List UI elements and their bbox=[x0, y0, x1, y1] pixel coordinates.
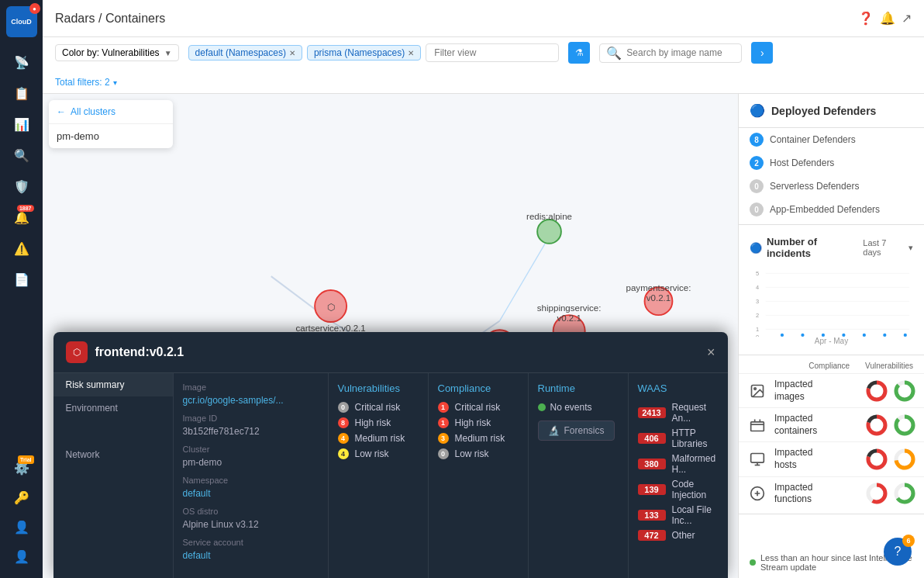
help-button[interactable]: 6 ? bbox=[884, 538, 912, 566]
sidebar-item-settings[interactable]: ⚙️ Trial bbox=[8, 454, 36, 482]
service-account-value[interactable]: default bbox=[183, 550, 319, 561]
comp-high: 1 High risk bbox=[438, 417, 519, 428]
sidebar-item-key[interactable]: 🔑 bbox=[8, 483, 36, 511]
compliance-title[interactable]: Compliance bbox=[438, 382, 519, 394]
sidebar-item-reports[interactable]: 📊 bbox=[8, 110, 36, 138]
modal-title: frontend:v0.2.1 bbox=[95, 345, 699, 359]
svg-rect-80 bbox=[751, 422, 764, 431]
imageid-value: 3b152ffe781ec712 bbox=[183, 426, 319, 437]
appembedded-defenders-item: 0 App-Embedded Defenders bbox=[739, 198, 924, 221]
runtime-title[interactable]: Runtime bbox=[538, 382, 619, 394]
runtime-no-events: No events bbox=[538, 402, 619, 413]
sidebar-item-notifications[interactable]: 🔔 1887 bbox=[8, 203, 36, 231]
sidebar-item-search[interactable]: 🔍 bbox=[8, 141, 36, 169]
namespace-value[interactable]: default bbox=[183, 488, 319, 499]
color-by-dropdown[interactable]: Color by: Vulnerabilities ▼ bbox=[55, 44, 179, 61]
comp-low: 0 Low risk bbox=[438, 448, 519, 459]
help-badge: 6 bbox=[902, 535, 915, 547]
svg-point-65 bbox=[904, 334, 907, 337]
filter-bar: Color by: Vulnerabilities ▼ default (Nam… bbox=[43, 37, 924, 94]
incidents-title: 🔵 Number of incidents bbox=[750, 236, 863, 259]
logo-badge: ● bbox=[29, 3, 40, 14]
vulnerabilities-column: Vulnerabilities 0 Critical risk 8 High r… bbox=[329, 373, 429, 578]
modal-nav-network[interactable]: Network bbox=[53, 443, 173, 466]
total-filters[interactable]: Total filters: 2 ▾ bbox=[55, 73, 912, 88]
functions-vulnerabilities-donut bbox=[893, 482, 916, 505]
sidebar-item-events[interactable]: 📋 bbox=[8, 79, 36, 107]
modal-nav-risk-summary[interactable]: Risk summary bbox=[53, 373, 173, 396]
svg-text:0: 0 bbox=[756, 334, 759, 337]
sidebar-item-alerts[interactable]: ⚠️ bbox=[8, 234, 36, 262]
host-defenders-label: Host Defenders bbox=[770, 157, 834, 168]
filter-tag-prisma[interactable]: prisma (Namespaces) ✕ bbox=[307, 45, 421, 61]
impacted-containers-item: Impactedcontainers bbox=[739, 407, 924, 441]
appembedded-defenders-label: App-Embedded Defenders bbox=[770, 204, 880, 215]
waas-item-http: 406 HTTP Libraries bbox=[638, 427, 719, 449]
containers-icon bbox=[746, 414, 768, 436]
compliance-header-label: Compliance bbox=[808, 362, 850, 370]
vuln-medium: 4 Medium risk bbox=[338, 433, 419, 444]
color-by-label: Color by: Vulnerabilities bbox=[62, 47, 160, 58]
vulnerabilities-header-label: Vulnerabilities bbox=[865, 362, 913, 370]
svg-text:5: 5 bbox=[756, 270, 759, 277]
filter-input[interactable] bbox=[426, 43, 559, 62]
share-icon[interactable]: ↗ bbox=[902, 11, 912, 26]
svg-text:4: 4 bbox=[756, 284, 759, 291]
sidebar-item-help[interactable]: 👤 bbox=[8, 513, 36, 541]
time-selector[interactable]: Last 7 days ▾ bbox=[863, 238, 913, 257]
modal-nav-environment[interactable]: Environment bbox=[53, 396, 173, 420]
defenders-icon: 🔵 bbox=[750, 103, 765, 118]
high-dot: 8 bbox=[338, 417, 349, 428]
chart-area: 5 4 3 2 1 0 bbox=[739, 267, 924, 351]
impacted-containers-label: Impactedcontainers bbox=[774, 413, 859, 437]
low-dot: 4 bbox=[338, 448, 349, 459]
incidents-icon: 🔵 bbox=[750, 242, 762, 254]
forensics-button[interactable]: 🔬 Forensics bbox=[538, 421, 615, 441]
search-input[interactable] bbox=[626, 47, 735, 58]
chevron-down-icon: ▼ bbox=[164, 49, 172, 57]
impacted-functions-label: Impactedfunctions bbox=[774, 482, 859, 506]
help-icon[interactable]: ❓ bbox=[858, 11, 874, 26]
filter-tag-remove[interactable]: ✕ bbox=[289, 49, 295, 57]
waas-item-code-injection: 139 Code Injection bbox=[638, 479, 719, 500]
runtime-column: Runtime No events 🔬 Forensics bbox=[529, 373, 629, 578]
image-value[interactable]: gcr.io/google-samples/... bbox=[183, 395, 319, 406]
sidebar-item-shield[interactable]: 🛡️ bbox=[8, 172, 36, 200]
app-logo[interactable]: ● ClouD bbox=[6, 6, 37, 37]
comp-low-dot: 0 bbox=[438, 448, 449, 459]
sidebar-item-radars[interactable]: 📡 bbox=[8, 48, 36, 76]
containers-compliance-donut bbox=[865, 414, 888, 437]
waas-item-request: 2413 Request An... bbox=[638, 402, 719, 424]
no-events-dot bbox=[538, 403, 546, 411]
os-label: OS distro bbox=[183, 507, 319, 516]
sidebar-item-user[interactable]: 👤 bbox=[8, 542, 36, 570]
chart-sublabel: Apr - May bbox=[746, 337, 916, 345]
filter-tag-remove[interactable]: ✕ bbox=[408, 49, 414, 57]
filter-tag-default[interactable]: default (Namespaces) ✕ bbox=[188, 45, 302, 61]
sidebar-item-docs[interactable]: 📄 bbox=[8, 265, 36, 293]
modal-body: Risk summary Environment Network Image g… bbox=[53, 373, 728, 578]
waas-item-other: 472 Other bbox=[638, 530, 719, 541]
host-defenders-count: 2 bbox=[750, 156, 764, 170]
waas-title[interactable]: WAAS bbox=[638, 382, 719, 394]
modal-close-button[interactable]: × bbox=[707, 344, 715, 361]
svg-text:1: 1 bbox=[756, 326, 759, 333]
vulnerabilities-title[interactable]: Vulnerabilities bbox=[338, 382, 419, 394]
svg-point-63 bbox=[863, 334, 866, 337]
comp-medium-dot: 3 bbox=[438, 433, 449, 444]
notifications-icon[interactable]: 🔔 bbox=[880, 11, 895, 26]
impacted-images-label: Impactedimages bbox=[774, 379, 859, 403]
filter-button[interactable]: ⚗ bbox=[568, 42, 590, 64]
waas-column: WAAS 2413 Request An... 406 HTTP Librari… bbox=[629, 373, 728, 578]
images-icon bbox=[746, 380, 768, 402]
container-defenders-label: Container Defenders bbox=[770, 134, 856, 145]
serverless-defenders-item: 0 Serverless Defenders bbox=[739, 175, 924, 198]
impacted-functions-item: Impactedfunctions bbox=[739, 476, 924, 511]
impacted-containers-donuts bbox=[865, 414, 916, 437]
images-vulnerabilities-donut bbox=[893, 379, 916, 403]
chevron-down-icon: ▾ bbox=[908, 243, 913, 253]
waas-item-malformed: 380 Malformed H... bbox=[638, 453, 719, 475]
comp-medium: 3 Medium risk bbox=[438, 433, 519, 444]
page-header: Radars / Containers ❓ 🔔 ↗ bbox=[43, 0, 924, 37]
nav-arrow-button[interactable]: › bbox=[751, 42, 773, 64]
